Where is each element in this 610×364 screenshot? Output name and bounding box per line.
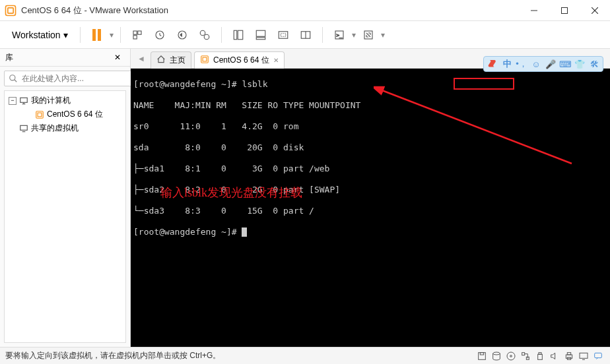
svg-line-33 [380, 90, 572, 164]
message-icon[interactable] [592, 349, 605, 363]
svg-point-36 [493, 352, 500, 355]
svg-rect-34 [479, 352, 486, 359]
ime-skin-icon[interactable]: 👕 [574, 58, 586, 70]
lsblk-row: └─sda3 8:3 0 15G 0 part / [133, 206, 607, 216]
svg-rect-39 [522, 352, 525, 355]
printer-icon[interactable] [562, 349, 576, 363]
svg-rect-24 [20, 98, 28, 102]
svg-rect-17 [279, 31, 288, 38]
library-title: 库 [5, 52, 110, 63]
tree-item-shared-vms[interactable]: 共享的虚拟机 [7, 121, 123, 135]
snapshot-manager-button[interactable] [195, 25, 215, 45]
network-icon[interactable] [519, 349, 532, 363]
revert-snapshot-button[interactable] [172, 25, 192, 45]
ime-toolbar[interactable]: 中 •， ☺ 🎤 ⌨ 👕 🛠 [483, 56, 603, 72]
ime-punct-icon[interactable]: •， [516, 58, 527, 70]
workstation-menu[interactable]: Workstation ▾ [7, 27, 73, 43]
annotation-text: 输入lsblk发现光盘没有挂载 [160, 187, 302, 198]
svg-rect-13 [234, 30, 237, 40]
collapse-icon[interactable]: − [9, 97, 17, 105]
svg-rect-8 [133, 35, 137, 38]
tab-close-button[interactable]: ✕ [273, 57, 279, 64]
vmware-icon [4, 4, 17, 17]
minimize-button[interactable] [519, 0, 549, 21]
svg-text:>_: >_ [336, 32, 343, 38]
svg-rect-15 [256, 30, 265, 36]
svg-point-12 [204, 34, 209, 40]
chevron-down-icon[interactable]: ▾ [110, 30, 114, 40]
content-area: ◄ 主页 CentOS 6 64 位 ✕ [root@wangdefeng ~]… [131, 49, 610, 347]
svg-point-10 [178, 31, 186, 39]
vm-console[interactable]: [root@wangdefeng ~]# lsblk NAME MAJ:MIN … [131, 69, 610, 347]
svg-point-38 [510, 355, 512, 357]
snapshot-button[interactable] [150, 25, 170, 45]
pause-icon [92, 29, 101, 41]
svg-rect-42 [539, 352, 541, 354]
library-tree: − 我的计算机 CentOS 6 64 位 共享的虚拟机 [4, 90, 126, 343]
window-titlebar: CentOS 6 64 位 - VMware Workstation [0, 0, 610, 21]
vm-icon [35, 110, 44, 119]
library-panel: 库 ✕ ▾ − 我的计算机 CentOS 6 64 位 共享的虚拟机 [0, 49, 131, 347]
svg-point-11 [200, 30, 205, 36]
thumbnail-button[interactable] [251, 25, 271, 45]
svg-rect-41 [538, 354, 543, 359]
svg-rect-32 [203, 57, 207, 61]
sound-icon[interactable] [548, 349, 561, 363]
svg-rect-18 [281, 33, 286, 36]
tree-item-vm-centos[interactable]: CentOS 6 64 位 [7, 107, 123, 121]
ime-voice-icon[interactable]: 🎤 [545, 58, 557, 70]
svg-rect-44 [567, 352, 570, 354]
floppy-icon[interactable] [475, 349, 489, 363]
cdrom-icon[interactable] [504, 349, 518, 363]
chevron-down-icon[interactable]: ▾ [352, 30, 356, 40]
svg-rect-27 [36, 111, 44, 118]
window-title: CentOS 6 64 位 - VMware Workstation [21, 5, 519, 16]
computer-icon [19, 96, 28, 106]
pause-button[interactable] [87, 25, 107, 45]
ime-lang-toggle[interactable]: 中 [501, 58, 513, 70]
tab-centos[interactable]: CentOS 6 64 位 ✕ [194, 51, 285, 69]
stretch-button[interactable] [358, 25, 378, 45]
chevron-down-icon[interactable]: ▾ [381, 30, 385, 40]
ime-keyboard-icon[interactable]: ⌨ [559, 58, 571, 70]
full-screen-button[interactable] [296, 25, 316, 45]
display-icon[interactable] [577, 349, 590, 363]
svg-rect-29 [20, 125, 28, 130]
svg-rect-31 [201, 55, 209, 63]
svg-rect-14 [238, 30, 243, 40]
show-library-button[interactable] [228, 25, 248, 45]
home-icon [156, 55, 166, 66]
svg-rect-46 [580, 353, 588, 358]
tree-item-my-computer[interactable]: − 我的计算机 [7, 94, 123, 107]
svg-point-37 [507, 352, 515, 360]
status-bar: 要将输入定向到该虚拟机，请在虚拟机内部单击或按 Ctrl+G。 [0, 347, 610, 364]
library-close-button[interactable]: ✕ [110, 51, 125, 63]
sogou-logo-icon [487, 58, 498, 70]
tab-nav-prev[interactable]: ◄ [135, 52, 148, 65]
svg-rect-7 [137, 31, 141, 34]
svg-rect-28 [38, 113, 42, 117]
disk-icon[interactable] [490, 349, 503, 363]
shared-icon [19, 124, 28, 133]
multi-monitor-button[interactable] [273, 25, 293, 45]
svg-rect-35 [480, 352, 483, 354]
close-button[interactable] [580, 0, 610, 21]
ime-emoji-icon[interactable]: ☺ [530, 58, 542, 70]
vm-icon [200, 55, 209, 66]
ime-toolbox-icon[interactable]: 🛠 [588, 58, 600, 70]
annotation-arrow [374, 84, 578, 170]
unity-button[interactable]: >_ [329, 25, 349, 45]
maximize-button[interactable] [549, 0, 580, 21]
chevron-down-icon: ▾ [63, 30, 68, 40]
svg-rect-6 [133, 31, 137, 34]
status-message: 要将输入定向到该虚拟机，请在虚拟机内部单击或按 Ctrl+G。 [5, 350, 475, 361]
library-search-input[interactable] [4, 71, 136, 86]
tab-home[interactable]: 主页 [151, 51, 191, 69]
usb-icon[interactable] [533, 349, 547, 363]
svg-rect-0 [6, 5, 16, 15]
svg-rect-43 [566, 355, 572, 358]
svg-rect-16 [256, 37, 265, 39]
send-ctrl-alt-del-button[interactable] [127, 25, 147, 45]
main-toolbar: Workstation ▾ ▾ >_ ▾ ▾ [0, 21, 610, 49]
svg-rect-48 [595, 353, 602, 357]
